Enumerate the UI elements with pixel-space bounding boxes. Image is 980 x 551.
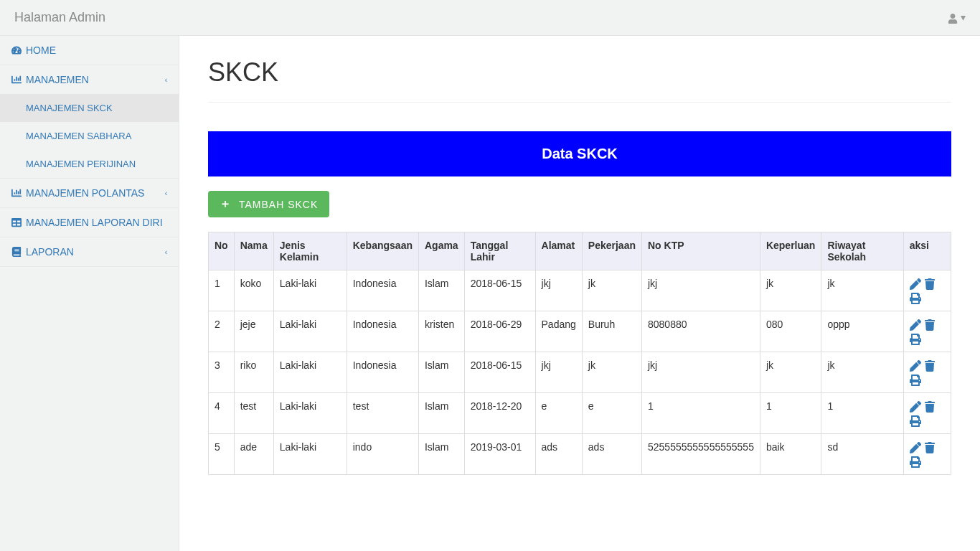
cell-nama: ade: [234, 434, 273, 475]
cell-no: 3: [209, 352, 235, 393]
edit-icon[interactable]: [910, 441, 921, 453]
cell-pekerjaan: jk: [582, 270, 641, 311]
add-button-label: TAMBAH SKCK: [239, 199, 318, 210]
sidebar-item-laporan-diri[interactable]: MANAJEMEN LAPORAN DIRI: [0, 208, 179, 237]
sidebar-item-label: MANAJEMEN SABHARA: [26, 131, 131, 141]
sidebar-item-home[interactable]: HOME: [0, 36, 179, 65]
cell-no_ktp: 1: [641, 393, 760, 434]
banner-data-skck: Data SKCK: [208, 131, 951, 176]
edit-icon[interactable]: [910, 400, 921, 412]
cell-pekerjaan: ads: [582, 434, 641, 475]
caret-down-icon: ▾: [961, 11, 966, 23]
cell-aksi: [903, 270, 951, 311]
cell-kebangsaan: Indonesia: [347, 311, 418, 352]
col-alamat: Alamat: [535, 232, 582, 270]
edit-icon[interactable]: [910, 359, 921, 371]
col-pekerjaan: Pekerjaan: [582, 232, 641, 270]
cell-keperluan: 1: [760, 393, 821, 434]
cell-no_ktp: 5255555555555555555: [641, 434, 760, 475]
cell-pekerjaan: e: [582, 393, 641, 434]
cell-alamat: e: [535, 393, 582, 434]
user-icon: [948, 14, 958, 24]
cell-jenis_kelamin: Laki-laki: [273, 393, 347, 434]
cell-tanggal_lahir: 2019-03-01: [464, 434, 535, 475]
cell-alamat: ads: [535, 434, 582, 475]
cell-jenis_kelamin: Laki-laki: [273, 270, 347, 311]
cell-riwayat_sekolah: jk: [821, 352, 903, 393]
page-title: SKCK: [208, 57, 951, 88]
cell-riwayat_sekolah: sd: [821, 434, 903, 475]
sidebar-item-manajemen-skck[interactable]: MANAJEMEN SKCK: [0, 94, 179, 122]
cell-pekerjaan: Buruh: [582, 311, 641, 352]
print-icon[interactable]: [910, 456, 921, 467]
sidebar-item-label: HOME: [26, 44, 56, 56]
cell-no: 2: [209, 311, 235, 352]
bar-chart-icon: [11, 188, 22, 198]
trash-icon[interactable]: [924, 319, 936, 330]
cell-jenis_kelamin: Laki-laki: [273, 434, 347, 475]
cell-agama: Islam: [418, 352, 464, 393]
cell-tanggal_lahir: 2018-06-15: [464, 270, 535, 311]
table-row: 1kokoLaki-lakiIndonesiaIslam2018-06-15jk…: [209, 270, 951, 311]
trash-icon[interactable]: [924, 400, 936, 412]
col-aksi: aksi: [903, 232, 951, 270]
sidebar-item-label: MANAJEMEN POLANTAS: [26, 187, 144, 199]
user-menu-dropdown[interactable]: ▾: [948, 11, 966, 23]
cell-alamat: jkj: [535, 270, 582, 311]
sidebar-item-manajemen[interactable]: MANAJEMEN ‹: [0, 65, 179, 94]
plus-icon: ＋: [220, 197, 232, 212]
sidebar: HOME MANAJEMEN ‹ MANAJEMEN SKCK MANAJEME…: [0, 36, 179, 551]
cell-aksi: [903, 434, 951, 475]
cell-nama: riko: [234, 352, 273, 393]
cell-no: 1: [209, 270, 235, 311]
table-icon: [11, 217, 22, 227]
sidebar-item-manajemen-perijinan[interactable]: MANAJEMEN PERIJINAN: [0, 150, 179, 178]
sidebar-item-polantas[interactable]: MANAJEMEN POLANTAS ‹: [0, 179, 179, 207]
print-icon[interactable]: [910, 292, 921, 303]
cell-aksi: [903, 311, 951, 352]
sidebar-item-manajemen-sabhara[interactable]: MANAJEMEN SABHARA: [0, 122, 179, 150]
trash-icon[interactable]: [924, 278, 936, 289]
sidebar-item-laporan[interactable]: LAPORAN ‹: [0, 237, 179, 266]
cell-keperluan: 080: [760, 311, 821, 352]
cell-riwayat_sekolah: jk: [821, 270, 903, 311]
add-skck-button[interactable]: ＋ TAMBAH SKCK: [208, 191, 329, 217]
topbar: Halaman Admin ▾: [0, 0, 980, 36]
table-row: 2jejeLaki-lakiIndonesiakristen2018-06-29…: [209, 311, 951, 352]
edit-icon[interactable]: [910, 278, 921, 289]
cell-nama: jeje: [234, 311, 273, 352]
cell-no_ktp: 8080880: [641, 311, 760, 352]
cell-agama: Islam: [418, 393, 464, 434]
cell-keperluan: jk: [760, 352, 821, 393]
print-icon[interactable]: [910, 415, 921, 426]
cell-no: 4: [209, 393, 235, 434]
col-no-ktp: No KTP: [641, 232, 760, 270]
cell-nama: koko: [234, 270, 273, 311]
book-icon: [11, 247, 22, 257]
cell-tanggal_lahir: 2018-12-20: [464, 393, 535, 434]
cell-agama: kristen: [418, 311, 464, 352]
col-nama: Nama: [234, 232, 273, 270]
cell-aksi: [903, 393, 951, 434]
cell-jenis_kelamin: Laki-laki: [273, 352, 347, 393]
edit-icon[interactable]: [910, 319, 921, 330]
table-header-row: No Nama Jenis Kelamin Kebangsaan Agama T…: [209, 232, 951, 270]
col-kebangsaan: Kebangsaan: [347, 232, 418, 270]
print-icon[interactable]: [910, 333, 921, 344]
cell-keperluan: jk: [760, 270, 821, 311]
cell-alamat: jkj: [535, 352, 582, 393]
divider: [208, 102, 951, 103]
chevron-left-icon: ‹: [165, 76, 167, 84]
sidebar-item-label: MANAJEMEN LAPORAN DIRI: [26, 217, 163, 228]
cell-kebangsaan: test: [347, 393, 418, 434]
cell-alamat: Padang: [535, 311, 582, 352]
trash-icon[interactable]: [924, 359, 936, 371]
cell-tanggal_lahir: 2018-06-15: [464, 352, 535, 393]
brand-title: Halaman Admin: [14, 10, 105, 25]
col-jenis-kelamin: Jenis Kelamin: [273, 232, 347, 270]
cell-aksi: [903, 352, 951, 393]
cell-keperluan: baik: [760, 434, 821, 475]
print-icon[interactable]: [910, 374, 921, 385]
cell-no_ktp: jkj: [641, 270, 760, 311]
trash-icon[interactable]: [924, 441, 936, 453]
